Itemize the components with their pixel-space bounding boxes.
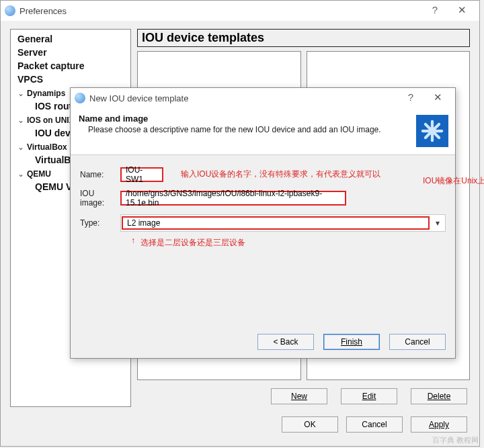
watermark: 百字典 教程网: [432, 435, 479, 445]
tree-label: Dynamips: [27, 89, 65, 98]
type-value: L2 image: [122, 216, 430, 230]
pref-title: Preferences: [19, 6, 421, 16]
dlg-close-button[interactable]: ✕: [424, 88, 451, 108]
dlg-form: Name: IOU-SW1 输入IOU设备的名字，没有特殊要求，有代表意义就可以…: [71, 155, 455, 263]
dlg-titlebar: New IOU device template ? ✕: [71, 88, 455, 108]
arrow-up-icon: ↑: [131, 236, 135, 245]
apply-label: Apply: [429, 420, 449, 429]
new-button[interactable]: New: [271, 388, 327, 404]
type-row: Type: L2 image ▾: [80, 214, 446, 232]
name-label: Name:: [80, 170, 120, 179]
wizard-buttons: < Back Finish Cancel: [257, 334, 446, 350]
dialog-buttons-row: OK Cancel Apply: [10, 412, 470, 437]
tree-label: IOS on UNIX: [27, 116, 75, 125]
tree-vpcs[interactable]: VPCS: [11, 73, 130, 86]
tree-general[interactable]: General: [11, 32, 130, 46]
type-label: Type:: [80, 218, 120, 228]
wizard-icon: [416, 115, 448, 147]
name-input[interactable]: IOU-SW1: [120, 167, 163, 182]
image-label: IOU image:: [80, 189, 120, 208]
tree-packet-capture[interactable]: Packet capture: [11, 59, 130, 73]
pref-titlebar: Preferences ? ✕: [1, 1, 479, 21]
image-row: IOU image: /home/gns3/GNS3/images/IOU/i8…: [80, 189, 446, 208]
back-button[interactable]: < Back: [257, 334, 314, 350]
app-icon: [75, 93, 85, 103]
new-iou-dialog: New IOU device template ? ✕ Name and ima…: [70, 87, 456, 359]
cancel-button[interactable]: Cancel: [346, 416, 403, 433]
annotation-type: 选择是二层设备还是三层设备: [140, 237, 245, 249]
chevron-down-icon[interactable]: ⌄: [17, 89, 27, 98]
finish-button[interactable]: Finish: [323, 334, 380, 350]
annotation-image: IOU镜像在Unix上的目录路径: [423, 175, 484, 187]
image-input[interactable]: /home/gns3/GNS3/images/IOU/i86bi-linux-l…: [120, 191, 346, 206]
dlg-cancel-button[interactable]: Cancel: [389, 334, 446, 350]
apply-button[interactable]: Apply: [411, 416, 467, 433]
edit-button[interactable]: Edit: [341, 388, 397, 404]
name-row: Name: IOU-SW1 输入IOU设备的名字，没有特殊要求，有代表意义就可以: [80, 167, 446, 182]
new-label: New: [291, 392, 307, 401]
help-button[interactable]: ?: [421, 1, 448, 21]
dlg-header: Name and image Please choose a descripti…: [71, 108, 455, 155]
chevron-down-icon[interactable]: ▾: [430, 218, 445, 228]
annotation-name: 输入IOU设备的名字，没有特殊要求，有代表意义就可以: [181, 169, 380, 180]
delete-label: Delete: [428, 392, 451, 401]
tree-label: QEMU: [27, 169, 51, 179]
chevron-down-icon[interactable]: ⌄: [17, 169, 27, 179]
page-title: IOU device templates: [137, 29, 470, 47]
finish-label: Finish: [341, 337, 362, 347]
app-icon: [5, 5, 15, 16]
asterisk-icon: [421, 120, 444, 142]
tree-server[interactable]: Server: [11, 46, 130, 59]
dlg-step-subtitle: Please choose a descriptive name for the…: [79, 125, 447, 134]
dlg-title: New IOU device template: [89, 93, 397, 103]
chevron-down-icon[interactable]: ⌄: [17, 116, 27, 125]
delete-button[interactable]: Delete: [411, 388, 467, 404]
dlg-help-button[interactable]: ?: [397, 88, 424, 108]
close-button[interactable]: ✕: [448, 1, 475, 21]
chevron-down-icon[interactable]: ⌄: [17, 142, 27, 152]
type-annotation-row: ↑ 选择是二层设备还是三层设备: [80, 238, 446, 251]
template-buttons: New Edit Delete: [271, 388, 467, 404]
dlg-step-title: Name and image: [79, 114, 447, 124]
type-dropdown[interactable]: L2 image ▾: [120, 214, 446, 232]
ok-button[interactable]: OK: [282, 416, 338, 433]
tree-label: VirtualBox: [27, 142, 67, 152]
edit-label: Edit: [362, 392, 376, 401]
